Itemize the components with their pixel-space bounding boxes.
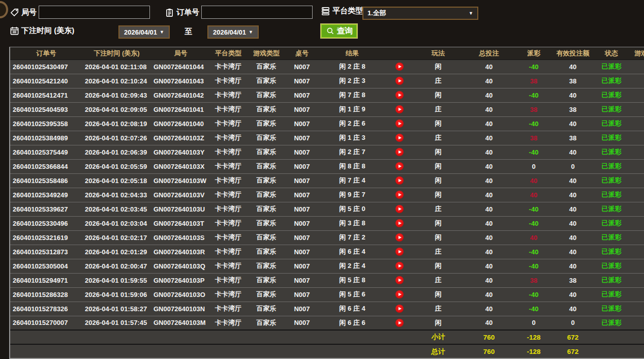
cell-payout: -40: [513, 116, 554, 131]
play-video-icon[interactable]: [395, 105, 404, 113]
grand-total-row-cell-4: [246, 344, 287, 358]
chevron-down-icon: ▼: [249, 29, 253, 35]
play-video-icon[interactable]: [395, 205, 404, 213]
play-video-icon[interactable]: [395, 233, 404, 242]
cell-valid-bet: 40: [554, 116, 592, 131]
play-video-icon[interactable]: [395, 248, 404, 256]
play-video-icon[interactable]: [395, 162, 404, 170]
cell-valid-bet: 40: [554, 202, 592, 216]
cell-total-bet: 40: [465, 102, 513, 116]
cell-round-no: GN0072640103Z: [151, 131, 210, 145]
play-video-icon[interactable]: [395, 176, 404, 185]
cell-status: 已派彩: [592, 74, 631, 88]
date-from-select[interactable]: 2026/04/01 ▼: [118, 25, 170, 39]
cell-order-no: 260401015294971: [10, 273, 82, 287]
bet-time-field: 下注时间 (美东): [9, 25, 74, 36]
cell-table-no: N007: [287, 316, 317, 330]
play-video-icon[interactable]: [395, 262, 404, 270]
order-number-input[interactable]: [201, 6, 313, 19]
records-table-wrap: 订单号下注时间 (美东)局号平台类型游戏类型桌号结果玩法总投注派彩有效投注额状态…: [9, 47, 644, 359]
subtotal-row: 小计760-128672: [10, 330, 644, 344]
table-header-row: 订单号下注时间 (美东)局号平台类型游戏类型桌号结果玩法总投注派彩有效投注额状态…: [10, 47, 644, 59]
cell-total-bet: 40: [465, 230, 513, 245]
subtotal-row-cell-12: [592, 330, 631, 344]
cell-bet-type: 庄: [412, 273, 465, 287]
play-video-icon[interactable]: [395, 91, 404, 99]
cell-valid-bet: 38: [554, 273, 592, 287]
cell-table-no: N007: [287, 188, 317, 202]
play-video-icon[interactable]: [395, 191, 404, 199]
subtotal-row-payout: -128: [513, 330, 554, 344]
play-video-icon[interactable]: [395, 219, 404, 227]
cell-table-no: N007: [287, 145, 317, 159]
cell-status: 已派彩: [592, 88, 631, 102]
play-video-icon[interactable]: [395, 305, 404, 313]
tag-icon: [9, 7, 19, 17]
grand-total-row: 总计760-128672: [10, 344, 644, 358]
bet-time-label: 下注时间 (美东): [21, 26, 74, 36]
cell-order-no: 260401025366844: [10, 159, 82, 173]
play-video-icon[interactable]: [395, 148, 404, 156]
round-number-field: 局号: [9, 6, 150, 19]
order-number-label: 订单号: [176, 8, 199, 17]
cell-valid-bet: 38: [554, 131, 592, 145]
cell-total-bet: 40: [465, 159, 513, 173]
cell-order-no: 260401025430497: [10, 59, 82, 74]
cell-result: 闲 6 庄 6: [317, 316, 387, 330]
cell-game-type: 百家乐: [246, 173, 287, 188]
cell-total-bet: 40: [465, 116, 513, 131]
cell-table-no: N007: [287, 159, 317, 173]
table-row: 2604010254212402026-04-01 02:10:24GN0072…: [10, 74, 644, 88]
cell-replay: [387, 102, 412, 116]
cell-order-no: 260401025421240: [10, 74, 82, 88]
play-video-icon[interactable]: [395, 134, 404, 142]
date-to-select[interactable]: 2026/04/01 ▼: [207, 25, 259, 39]
cell-round-no: GN0072640103Q: [151, 259, 210, 273]
subtotal-row-valid-bet: 672: [554, 330, 592, 344]
play-video-icon[interactable]: [395, 319, 404, 327]
cell-round-no: GN0072640103V: [151, 188, 210, 202]
cell-result: 闲 2 庄 6: [317, 116, 387, 131]
play-video-icon[interactable]: [395, 290, 404, 298]
cell-result: 闲 7 庄 8: [317, 88, 387, 102]
subtotal-row-cell-5: [287, 330, 317, 344]
play-video-icon[interactable]: [395, 276, 404, 284]
cell-bet-time: 2026-04-01 02:11:08: [82, 59, 151, 74]
cell-replay: [387, 316, 412, 330]
cell-payout: 40: [513, 173, 554, 188]
subtotal-row-total-bet: 760: [465, 330, 513, 344]
cell-valid-bet: 40: [554, 145, 592, 159]
cell-total-bet: 40: [465, 173, 513, 188]
play-video-icon[interactable]: [395, 63, 404, 71]
play-video-icon[interactable]: [395, 119, 404, 128]
cell-total-bet: 40: [465, 74, 513, 88]
cell-round-no: GN00726401042: [151, 88, 210, 102]
cell-order-no: 260401025384989: [10, 131, 82, 145]
cell-game-type: 百家乐: [246, 188, 287, 202]
search-button[interactable]: 查询: [320, 23, 358, 39]
cell-game-round: [631, 116, 644, 131]
play-video-icon[interactable]: [395, 77, 404, 85]
platform-type-select[interactable]: 1.全部 ▼: [362, 7, 478, 20]
filter-bar: 局号 订单号 平台类型 1.全部 ▼ 下注时间 (美东) 2026/04/01 …: [0, 0, 644, 47]
column-header-result: 结果: [317, 47, 387, 59]
cell-payout: 38: [513, 273, 554, 287]
cell-valid-bet: 38: [554, 74, 592, 88]
grand-total-row-cell-2: [151, 344, 210, 358]
grand-total-row-cell-1: [82, 344, 151, 358]
cell-platform: 卡卡湾厅: [210, 173, 246, 188]
cell-table-no: N007: [287, 102, 317, 116]
cell-payout: -40: [513, 59, 554, 74]
cell-game-round: [631, 230, 644, 245]
cell-game-round: [631, 131, 644, 145]
cell-round-no: GN00726401041: [151, 102, 210, 116]
cell-bet-time: 2026-04-01 02:00:47: [82, 259, 151, 273]
cell-status: 已派彩: [592, 245, 631, 259]
cell-bet-type: 闲: [412, 216, 465, 230]
cell-platform: 卡卡湾厅: [210, 116, 246, 131]
table-row: 2604010152783262026-04-01 01:58:27GN0072…: [10, 302, 644, 316]
cell-status: 已派彩: [592, 188, 631, 202]
round-number-input[interactable]: [39, 6, 150, 19]
cell-round-no: GN0072640103M: [151, 316, 210, 330]
cell-platform: 卡卡湾厅: [210, 159, 246, 173]
